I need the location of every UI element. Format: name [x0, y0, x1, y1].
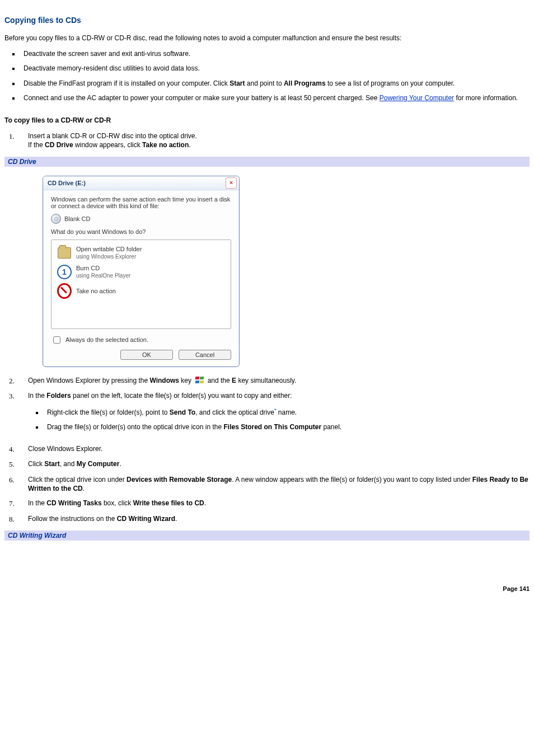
step-5: 5. Click Start, and My Computer. [4, 459, 530, 469]
list-item: Connect and use the AC adapter to power … [20, 93, 530, 102]
always-do-checkbox[interactable] [53, 336, 60, 344]
procedure-heading: To copy files to a CD-RW or CD-R [4, 116, 530, 125]
step-3-sublist: Right-click the file(s) or folder(s), po… [28, 407, 530, 431]
step-4: 4. Close Windows Explorer. [4, 444, 530, 454]
list-item: Drag the file(s) or folder(s) onto the o… [44, 422, 530, 431]
dialog-question: What do you want Windows to do? [51, 228, 231, 235]
cd-drive-dialog: CD Drive (E:) × Windows can perform the … [43, 176, 240, 367]
steps-list: 1. Insert a blank CD-R or CD-RW disc int… [4, 132, 530, 149]
list-item: Deactivate the screen saver and exit ant… [20, 49, 530, 58]
step-8: 8. Follow the instructions on the CD Wri… [4, 514, 530, 524]
always-do-checkbox-row[interactable]: Always do the selected action. [51, 335, 231, 345]
windows-key-icon [194, 377, 204, 384]
list-item: Disable the FindFast program if it is in… [20, 79, 530, 88]
ok-button[interactable]: OK [120, 350, 173, 360]
dialog-title: CD Drive (E:) [48, 180, 86, 186]
notes-list: Deactivate the screen saver and exit ant… [4, 49, 530, 102]
figure-caption-cd-drive: CD Drive [4, 157, 530, 167]
intro-paragraph: Before you copy files to a CD-RW or CD-R… [4, 34, 530, 43]
step-7: 7. In the CD Writing Tasks box, click Wr… [4, 499, 530, 509]
dialog-message: Windows can perform the same action each… [51, 196, 231, 209]
page-number: Page 141 [4, 585, 530, 592]
list-item: Deactivate memory-resident disc utilitie… [20, 64, 530, 73]
action-open-folder[interactable]: Open writable CD folderusing Windows Exp… [54, 243, 228, 262]
cd-drive-dialog-figure: CD Drive (E:) × Windows can perform the … [43, 176, 530, 367]
powering-your-computer-link[interactable]: Powering Your Computer [380, 94, 454, 102]
section-heading: Copying files to CDs [4, 16, 530, 25]
step-6: 6. Click the optical drive icon under De… [4, 475, 530, 493]
step-1: 1. Insert a blank CD-R or CD-RW disc int… [4, 132, 530, 149]
cancel-button[interactable]: Cancel [179, 350, 231, 360]
folder-icon [58, 247, 71, 259]
action-take-no-action[interactable]: Take no action [54, 281, 228, 300]
cd-icon [51, 214, 61, 224]
realone-icon: 1 [57, 265, 72, 279]
disc-label: Blank CD [64, 215, 90, 222]
steps-list-cont: 2. Open Windows Explorer by pressing the… [4, 376, 530, 524]
list-item: Right-click the file(s) or folder(s), po… [44, 407, 530, 417]
close-icon[interactable]: × [226, 177, 237, 189]
action-burn-cd[interactable]: 1 Burn CDusing RealOne Player [54, 262, 228, 281]
step-2: 2. Open Windows Explorer by pressing the… [4, 376, 530, 386]
step-3: 3. In the Folders panel on the left, loc… [4, 391, 530, 439]
no-action-icon [57, 283, 72, 299]
figure-caption-cd-writing-wizard: CD Writing Wizard [4, 530, 530, 541]
action-listbox[interactable]: Open writable CD folderusing Windows Exp… [51, 240, 231, 329]
